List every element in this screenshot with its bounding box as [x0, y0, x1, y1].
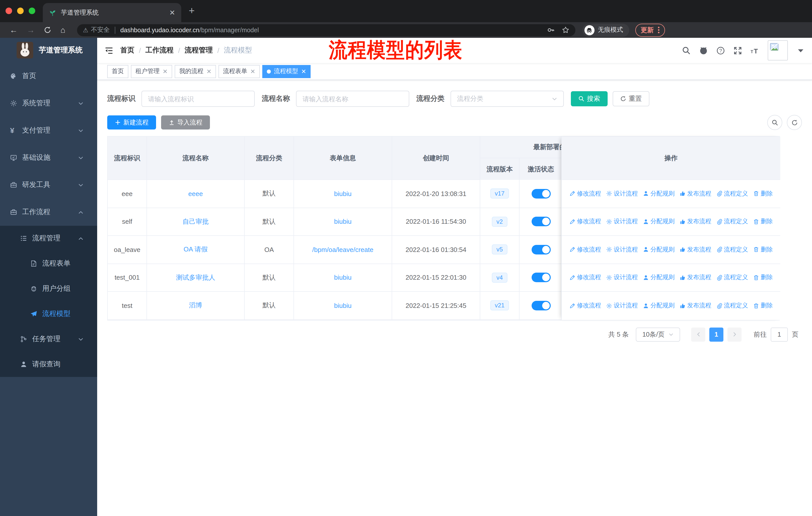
design-process-link[interactable]: 设计流程 [606, 217, 638, 226]
edit-process-link[interactable]: 修改流程 [569, 245, 601, 254]
current-page[interactable]: 1 [709, 327, 723, 342]
edit-process-link[interactable]: 修改流程 [569, 273, 601, 282]
close-window-button[interactable] [5, 7, 12, 14]
home-button[interactable]: ⌂ [60, 25, 65, 34]
form-info-link[interactable]: biubiu [334, 302, 351, 309]
close-icon[interactable]: ✕ [250, 68, 255, 75]
bookmark-star-icon[interactable] [561, 26, 569, 34]
delete-link[interactable]: 删除 [753, 189, 773, 198]
search-icon[interactable] [682, 46, 691, 55]
delete-link[interactable]: 删除 [753, 302, 773, 310]
new-tab-button[interactable]: + [189, 5, 195, 17]
form-info-link[interactable]: biubiu [334, 218, 351, 225]
active-toggle[interactable] [531, 189, 550, 198]
toggle-search-button[interactable] [767, 115, 782, 130]
breadcrumb-home[interactable]: 首页 [120, 46, 135, 55]
publish-process-link[interactable]: 发布流程 [679, 273, 711, 282]
key-icon[interactable] [547, 26, 554, 34]
tag-tenant[interactable]: 租户管理✕ [131, 65, 172, 78]
active-toggle[interactable] [531, 301, 550, 310]
address-bar[interactable]: ⚠ 不安全 dashboard.yudao.iocoder.cn/bpm/man… [77, 24, 575, 36]
active-toggle[interactable] [531, 217, 550, 226]
tag-home[interactable]: 首页 [107, 65, 128, 78]
sidebar-item-infra[interactable]: 基础设施 [0, 144, 97, 171]
delete-link[interactable]: 删除 [753, 217, 773, 226]
tag-process-form[interactable]: 流程表单✕ [219, 65, 260, 78]
help-icon[interactable] [716, 46, 725, 55]
sidebar-item-process-management[interactable]: 流程管理 [0, 226, 97, 251]
version-badge[interactable]: v5 [492, 245, 507, 255]
version-badge[interactable]: v2 [492, 217, 507, 227]
sidebar-item-user-group[interactable]: 用户分组 [0, 276, 97, 301]
version-badge[interactable]: v21 [490, 301, 509, 311]
edit-process-link[interactable]: 修改流程 [569, 302, 601, 310]
caret-down-icon[interactable] [796, 46, 805, 55]
form-info-link[interactable]: /bpm/oa/leave/create [312, 246, 374, 253]
sidebar-item-process-model[interactable]: 流程模型 [0, 301, 97, 327]
security-label[interactable]: 不安全 [91, 26, 110, 34]
model-name-link[interactable]: 滔博 [189, 301, 202, 310]
github-icon[interactable] [699, 46, 708, 55]
model-name-link[interactable]: eeee [188, 190, 203, 197]
browser-menu-icon[interactable] [658, 27, 659, 33]
model-name-link[interactable]: OA 请假 [183, 245, 207, 254]
form-info-link[interactable]: biubiu [334, 274, 351, 281]
assign-rule-link[interactable]: 分配规则 [643, 189, 674, 198]
sidebar-item-workflow[interactable]: 工作流程 [0, 198, 97, 226]
process-id-input[interactable] [141, 91, 255, 107]
version-badge[interactable]: v4 [492, 273, 507, 283]
browser-tab[interactable]: 芋道管理系统 ✕ [43, 3, 181, 22]
reload-button[interactable] [44, 26, 51, 34]
version-badge[interactable]: v17 [490, 189, 509, 199]
window-controls[interactable] [5, 7, 35, 14]
process-definition-link[interactable]: 流程定义 [716, 302, 748, 310]
assign-rule-link[interactable]: 分配规则 [643, 217, 674, 226]
model-name-link[interactable]: 测试多审批人 [176, 273, 215, 282]
search-button[interactable]: 搜索 [571, 91, 608, 106]
active-toggle[interactable] [531, 273, 550, 282]
font-size-icon[interactable] [751, 46, 759, 55]
page-size-select[interactable]: 10条/页 [636, 327, 680, 342]
assign-rule-link[interactable]: 分配规则 [643, 245, 674, 254]
delete-link[interactable]: 删除 [753, 245, 773, 254]
next-page-button[interactable] [727, 327, 742, 342]
form-info-link[interactable]: biubiu [334, 190, 351, 197]
sidebar-item-payment[interactable]: ¥ 支付管理 [0, 117, 97, 144]
design-process-link[interactable]: 设计流程 [606, 189, 638, 198]
breadcrumb-workflow[interactable]: 工作流程 [145, 46, 174, 55]
publish-process-link[interactable]: 发布流程 [679, 245, 711, 254]
publish-process-link[interactable]: 发布流程 [679, 302, 711, 310]
tag-my-process[interactable]: 我的流程✕ [175, 65, 216, 78]
update-browser-button[interactable]: 更新 [635, 23, 665, 36]
process-definition-link[interactable]: 流程定义 [716, 273, 748, 282]
app-logo[interactable]: 芋道管理系统 [0, 38, 97, 62]
delete-link[interactable]: 删除 [753, 273, 773, 282]
tab-close-icon[interactable]: ✕ [169, 8, 175, 17]
fullscreen-icon[interactable] [733, 46, 742, 55]
reset-button[interactable]: 重置 [613, 91, 649, 106]
publish-process-link[interactable]: 发布流程 [679, 217, 711, 226]
process-name-input[interactable] [296, 91, 409, 107]
tag-process-model[interactable]: 流程模型✕ [262, 65, 311, 78]
back-button[interactable]: ← [9, 25, 18, 34]
sidebar-item-process-form[interactable]: 流程表单 [0, 251, 97, 276]
sidebar-item-devtools[interactable]: 研发工具 [0, 171, 97, 198]
goto-page-input[interactable] [771, 327, 788, 342]
active-toggle[interactable] [531, 245, 550, 254]
sidebar-item-task-management[interactable]: 任务管理 [0, 327, 97, 352]
assign-rule-link[interactable]: 分配规则 [643, 273, 674, 282]
create-process-button[interactable]: 新建流程 [107, 115, 156, 130]
collapse-sidebar-icon[interactable] [105, 46, 113, 55]
sidebar-item-system[interactable]: 系统管理 [0, 90, 97, 117]
import-process-button[interactable]: 导入流程 [161, 115, 210, 130]
process-definition-link[interactable]: 流程定义 [716, 245, 748, 254]
edit-process-link[interactable]: 修改流程 [569, 189, 601, 198]
assign-rule-link[interactable]: 分配规则 [643, 302, 674, 310]
process-category-select[interactable]: 流程分类 [451, 91, 564, 107]
model-name-link[interactable]: 自己审批 [182, 217, 209, 226]
maximize-window-button[interactable] [29, 7, 35, 14]
design-process-link[interactable]: 设计流程 [606, 245, 638, 254]
sidebar-item-leave-query[interactable]: 请假查询 [0, 352, 97, 377]
process-definition-link[interactable]: 流程定义 [716, 189, 748, 198]
design-process-link[interactable]: 设计流程 [606, 302, 638, 310]
